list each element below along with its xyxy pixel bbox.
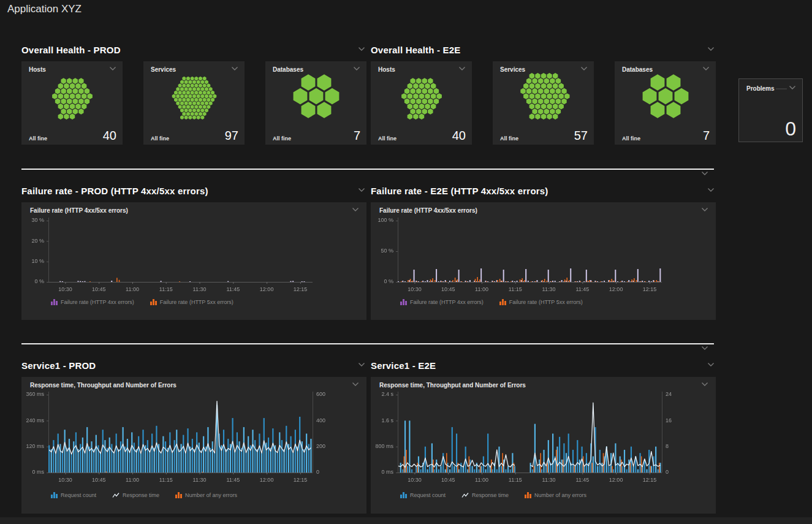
service-prod-chart-tile[interactable]: Response time, Throughput and Number of … — [21, 377, 366, 514]
legend-item-response-time[interactable]: Response time — [461, 492, 509, 498]
chart-legend: Request count Response time Number of an… — [400, 492, 716, 498]
chevron-down-icon[interactable] — [231, 66, 240, 72]
page-title: Application XYZ — [7, 3, 82, 15]
chart-legend: Failure rate (HTTP 4xx errors) Failure r… — [51, 299, 366, 305]
chevron-down-icon[interactable] — [701, 207, 710, 213]
problems-count: 0 — [785, 119, 796, 139]
failure-prod-chart-canvas[interactable] — [21, 214, 366, 297]
legend-label: Request count — [61, 492, 96, 498]
trend-placeholder — [776, 88, 787, 89]
chart-legend: Failure rate (HTTP 4xx errors) Failure r… — [400, 299, 716, 305]
section-title: Service1 - PROD — [21, 360, 96, 371]
status-text: All fine — [273, 135, 291, 142]
legend-label: Number of any errors — [534, 492, 586, 498]
chevron-down-icon[interactable] — [707, 188, 716, 194]
count-value: 7 — [703, 129, 710, 142]
chevron-down-icon[interactable] — [358, 362, 366, 368]
chevron-down-icon[interactable] — [701, 382, 710, 388]
honeycomb-chart[interactable] — [371, 70, 472, 122]
legend-item-request-count[interactable]: Request count — [400, 492, 446, 498]
health-tile-databases-e2e[interactable]: Databases All fine 7 — [615, 61, 716, 145]
chevron-down-icon[interactable] — [358, 47, 366, 53]
health-tile-services-e2e[interactable]: Services All fine 57 — [493, 61, 594, 145]
honeycomb-chart[interactable] — [493, 70, 594, 122]
count-value: 97 — [225, 129, 238, 142]
section-divider — [21, 169, 714, 170]
section-header-service1-e2e: Service1 - E2E — [371, 359, 716, 372]
section-title: Failure rate - E2E (HTTP 4xx/5xx errors) — [371, 186, 548, 196]
section-header-service1-prod: Service1 - PROD — [21, 359, 366, 372]
bar-chart-icon — [400, 299, 407, 305]
failure-e2e-chart-tile[interactable]: Failure rate (HTTP 4xx/5xx errors) Failu… — [371, 202, 716, 320]
status-text: All fine — [151, 135, 169, 142]
legend-label: Failure rate (HTTP 5xx errors) — [160, 299, 233, 305]
bar-chart-icon — [150, 299, 157, 305]
count-value: 7 — [354, 129, 360, 142]
section-header-overall-health-e2e: Overall Health - E2E — [371, 43, 716, 56]
legend-label: Response time — [123, 492, 159, 498]
health-tile-services-prod[interactable]: Services All fine 97 — [143, 61, 245, 145]
failure-e2e-chart-canvas[interactable] — [371, 214, 716, 297]
chevron-down-icon[interactable] — [701, 171, 710, 177]
bar-chart-icon — [499, 299, 506, 305]
problems-tile[interactable]: Problems 0 — [738, 78, 803, 142]
line-chart-icon — [461, 492, 469, 498]
chevron-down-icon[interactable] — [707, 47, 716, 53]
chevron-down-icon[interactable] — [353, 66, 362, 72]
tile-title: Services — [151, 66, 176, 73]
legend-label: Failure rate (HTTP 5xx errors) — [509, 299, 583, 305]
bar-chart-icon — [175, 492, 182, 498]
legend-label: Failure rate (HTTP 4xx errors) — [61, 299, 134, 305]
section-title: Service1 - E2E — [371, 360, 436, 371]
count-value: 40 — [103, 129, 116, 142]
section-divider — [21, 343, 714, 344]
legend-item-request-count[interactable]: Request count — [51, 492, 96, 498]
chart-title: Failure rate (HTTP 4xx/5xx errors) — [30, 207, 128, 214]
service-e2e-chart-tile[interactable]: Response time, Throughput and Number of … — [371, 377, 716, 514]
chevron-down-icon[interactable] — [358, 188, 366, 194]
legend-item-errors[interactable]: Number of any errors — [175, 492, 237, 498]
legend-item-5xx[interactable]: Failure rate (HTTP 5xx errors) — [499, 299, 583, 305]
bar-chart-icon — [51, 492, 58, 498]
chevron-down-icon[interactable] — [109, 66, 118, 72]
count-value: 40 — [452, 129, 466, 142]
chevron-down-icon[interactable] — [458, 66, 467, 72]
bar-chart-icon — [51, 299, 58, 305]
health-tile-hosts-prod[interactable]: Hosts All fine 40 — [21, 61, 123, 145]
section-header-overall-health-prod: Overall Health - PROD — [21, 43, 366, 56]
chevron-down-icon[interactable] — [580, 66, 589, 72]
tile-title: Databases — [273, 66, 303, 73]
service-e2e-chart-canvas[interactable] — [371, 389, 716, 487]
failure-prod-chart-tile[interactable]: Failure rate (HTTP 4xx/5xx errors) Failu… — [21, 202, 366, 320]
status-text: All fine — [378, 135, 397, 142]
chevron-down-icon[interactable] — [702, 66, 711, 72]
section-header-failure-prod: Failure rate - PROD (HTTP 4xx/5xx errors… — [21, 184, 366, 197]
chart-legend: Request count Response time Number of an… — [51, 492, 366, 498]
chevron-down-icon[interactable] — [707, 362, 716, 368]
section-title: Overall Health - E2E — [371, 45, 461, 55]
legend-item-4xx[interactable]: Failure rate (HTTP 4xx errors) — [400, 299, 484, 305]
chevron-down-icon[interactable] — [352, 207, 360, 213]
honeycomb-chart[interactable] — [143, 70, 245, 122]
legend-item-5xx[interactable]: Failure rate (HTTP 5xx errors) — [150, 299, 233, 305]
chevron-down-icon[interactable] — [352, 382, 360, 388]
legend-item-4xx[interactable]: Failure rate (HTTP 4xx errors) — [51, 299, 134, 305]
honeycomb-chart[interactable] — [21, 70, 123, 122]
health-tile-hosts-e2e[interactable]: Hosts All fine 40 — [371, 61, 472, 145]
chart-title: Failure rate (HTTP 4xx/5xx errors) — [379, 207, 477, 214]
bar-chart-icon — [525, 492, 531, 498]
line-chart-icon — [112, 492, 120, 498]
section-header-failure-e2e: Failure rate - E2E (HTTP 4xx/5xx errors) — [371, 184, 716, 197]
tile-title: Services — [500, 66, 525, 73]
legend-item-response-time[interactable]: Response time — [112, 492, 159, 498]
honeycomb-chart[interactable] — [615, 70, 716, 122]
legend-item-errors[interactable]: Number of any errors — [525, 492, 586, 498]
service-prod-chart-canvas[interactable] — [21, 389, 366, 487]
honeycomb-chart[interactable] — [265, 70, 366, 122]
health-tile-databases-prod[interactable]: Databases All fine 7 — [265, 61, 366, 145]
chevron-down-icon[interactable] — [701, 346, 710, 352]
legend-label: Response time — [472, 492, 509, 498]
tile-title: Databases — [622, 66, 653, 73]
chevron-down-icon[interactable] — [789, 85, 797, 91]
legend-label: Request count — [410, 492, 446, 498]
